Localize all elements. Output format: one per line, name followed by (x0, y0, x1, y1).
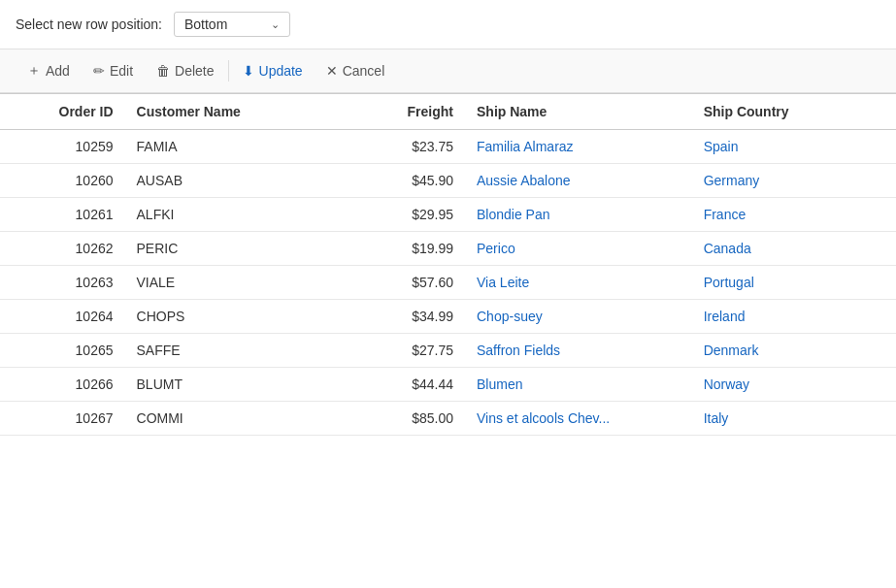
cell-customer-name: COMMI (125, 402, 352, 436)
cell-ship-name: Saffron Fields (465, 334, 692, 368)
toolbar: ＋ Add ✏ Edit 🗑 Delete ⬇ Update ✕ Cancel (0, 49, 896, 93)
cell-customer-name: ALFKI (125, 198, 352, 232)
delete-button[interactable]: 🗑 Delete (145, 58, 225, 83)
table-header-row: Order ID Customer Name Freight Ship Name… (0, 94, 896, 130)
edit-label: Edit (110, 63, 133, 79)
cell-customer-name: AUSAB (125, 164, 352, 198)
cell-customer-name: SAFFE (125, 334, 352, 368)
add-button[interactable]: ＋ Add (16, 57, 82, 84)
pencil-icon: ✏ (93, 63, 105, 79)
cell-freight: $23.75 (351, 130, 465, 164)
cell-order-id: 10264 (0, 300, 125, 334)
cell-ship-name: Via Leite (465, 266, 692, 300)
cell-ship-name: Familia Almaraz (465, 130, 692, 164)
cell-customer-name: BLUMT (125, 368, 352, 402)
cell-ship-name: Vins et alcools Chev... (465, 402, 692, 436)
grid-container: Order ID Customer Name Freight Ship Name… (0, 93, 896, 588)
add-label: Add (46, 63, 70, 79)
cell-ship-name: Aussie Abalone (465, 164, 692, 198)
cell-freight: $44.44 (351, 368, 465, 402)
table-row[interactable]: 10265 SAFFE $27.75 Saffron Fields Denmar… (0, 334, 896, 368)
table-row[interactable]: 10267 COMMI $85.00 Vins et alcools Chev.… (0, 402, 896, 436)
cell-customer-name: VIALE (125, 266, 352, 300)
cell-ship-country: Portugal (692, 266, 896, 300)
col-header-order-id: Order ID (0, 94, 125, 130)
cell-order-id: 10265 (0, 334, 125, 368)
cell-ship-country: France (692, 198, 896, 232)
cell-ship-name: Blondie Pan (465, 198, 692, 232)
cell-freight: $27.75 (351, 334, 465, 368)
table-row[interactable]: 10263 VIALE $57.60 Via Leite Portugal (0, 266, 896, 300)
cancel-button[interactable]: ✕ Cancel (315, 58, 397, 83)
col-header-ship-country: Ship Country (692, 94, 896, 130)
cell-ship-country: Germany (692, 164, 896, 198)
cell-freight: $57.60 (351, 266, 465, 300)
cell-customer-name: FAMIA (125, 130, 352, 164)
grid-wrapper[interactable]: Order ID Customer Name Freight Ship Name… (0, 94, 896, 588)
chevron-down-icon: ⌄ (271, 18, 280, 31)
table-row[interactable]: 10262 PERIC $19.99 Perico Canada (0, 232, 896, 266)
cell-ship-country: Ireland (692, 300, 896, 334)
cell-freight: $85.00 (351, 402, 465, 436)
cell-customer-name: PERIC (125, 232, 352, 266)
close-icon: ✕ (326, 63, 338, 79)
cell-ship-name: Perico (465, 232, 692, 266)
cell-freight: $34.99 (351, 300, 465, 334)
cell-ship-country: Denmark (692, 334, 896, 368)
cell-ship-name: Blumen (465, 368, 692, 402)
toolbar-separator (228, 60, 229, 82)
cell-ship-country: Canada (692, 232, 896, 266)
cell-order-id: 10267 (0, 402, 125, 436)
cell-freight: $45.90 (351, 164, 465, 198)
col-header-freight: Freight (351, 94, 465, 130)
dropdown-value: Bottom (184, 16, 227, 32)
cell-order-id: 10261 (0, 198, 125, 232)
cell-ship-name: Chop-suey (465, 300, 692, 334)
cancel-label: Cancel (343, 63, 385, 79)
trash-icon: 🗑 (156, 63, 170, 79)
table-row[interactable]: 10261 ALFKI $29.95 Blondie Pan France (0, 198, 896, 232)
table-row[interactable]: 10259 FAMIA $23.75 Familia Almaraz Spain (0, 130, 896, 164)
cell-freight: $19.99 (351, 232, 465, 266)
table-row[interactable]: 10264 CHOPS $34.99 Chop-suey Ireland (0, 300, 896, 334)
update-label: Update (259, 63, 303, 79)
row-position-dropdown[interactable]: Bottom ⌄ (174, 12, 290, 37)
col-header-ship-name: Ship Name (465, 94, 692, 130)
cell-freight: $29.95 (351, 198, 465, 232)
cell-order-id: 10262 (0, 232, 125, 266)
delete-label: Delete (175, 63, 214, 79)
table-row[interactable]: 10260 AUSAB $45.90 Aussie Abalone German… (0, 164, 896, 198)
cell-ship-country: Spain (692, 130, 896, 164)
cell-ship-country: Italy (692, 402, 896, 436)
cell-order-id: 10259 (0, 130, 125, 164)
data-table: Order ID Customer Name Freight Ship Name… (0, 94, 896, 436)
top-bar: Select new row position: Bottom ⌄ (0, 0, 896, 49)
cell-customer-name: CHOPS (125, 300, 352, 334)
cell-order-id: 10263 (0, 266, 125, 300)
update-button[interactable]: ⬇ Update (231, 58, 315, 83)
edit-button[interactable]: ✏ Edit (82, 58, 145, 83)
update-icon: ⬇ (243, 63, 254, 79)
cell-order-id: 10266 (0, 368, 125, 402)
row-position-label: Select new row position: (16, 16, 162, 32)
col-header-customer-name: Customer Name (125, 94, 352, 130)
cell-ship-country: Norway (692, 368, 896, 402)
table-row[interactable]: 10266 BLUMT $44.44 Blumen Norway (0, 368, 896, 402)
plus-icon: ＋ (27, 62, 41, 80)
cell-order-id: 10260 (0, 164, 125, 198)
